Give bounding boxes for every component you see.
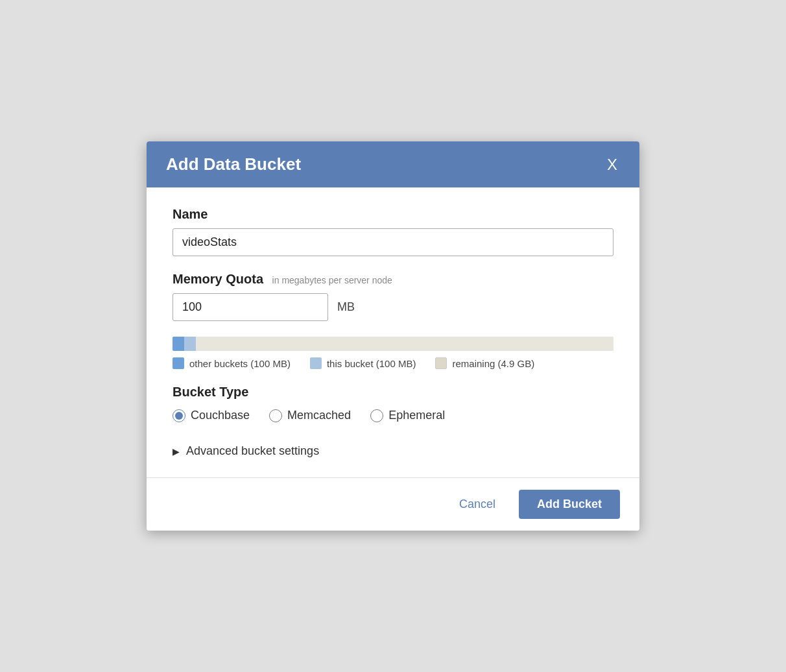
progress-bar [173, 337, 613, 351]
swatch-this-icon [310, 357, 322, 369]
legend-remaining: remaining (4.9 GB) [435, 357, 534, 369]
memory-unit-label: MB [337, 300, 355, 314]
progress-this-bucket [184, 337, 196, 351]
close-button[interactable]: X [604, 157, 620, 173]
legend-other-label: other buckets (100 MB) [189, 358, 291, 369]
advanced-label: Advanced bucket settings [186, 444, 319, 458]
memory-quota-input[interactable] [173, 293, 328, 321]
radio-memcached[interactable]: Memcached [269, 409, 351, 422]
radio-couchbase-label: Couchbase [191, 409, 250, 422]
progress-other-buckets [173, 337, 184, 351]
radio-couchbase-input[interactable] [173, 409, 185, 422]
cancel-button[interactable]: Cancel [449, 491, 506, 518]
swatch-other-icon [173, 357, 184, 369]
radio-ephemeral[interactable]: Ephemeral [370, 409, 445, 422]
radio-memcached-input[interactable] [269, 409, 282, 422]
legend-other: other buckets (100 MB) [173, 357, 291, 369]
progress-remaining [196, 337, 613, 351]
add-bucket-button[interactable]: Add Bucket [519, 490, 620, 519]
bucket-type-label: Bucket Type [173, 385, 613, 400]
memory-quota-label: Memory Quota in megabytes per server nod… [173, 272, 613, 287]
radio-memcached-label: Memcached [287, 409, 351, 422]
legend-this: this bucket (100 MB) [310, 357, 416, 369]
bucket-type-group: Bucket Type Couchbase Memcached Ephemera… [173, 385, 613, 422]
radio-ephemeral-label: Ephemeral [388, 409, 445, 422]
swatch-remaining-icon [435, 357, 447, 369]
add-data-bucket-dialog: Add Data Bucket X Name Memory Quota in m… [147, 141, 639, 531]
name-label: Name [173, 207, 613, 222]
advanced-bucket-settings[interactable]: ▶ Advanced bucket settings [173, 438, 613, 464]
legend-this-label: this bucket (100 MB) [327, 358, 416, 369]
progress-legend: other buckets (100 MB) this bucket (100 … [173, 357, 613, 369]
bucket-type-radio-group: Couchbase Memcached Ephemeral [173, 409, 613, 422]
name-input[interactable] [173, 228, 613, 256]
memory-quota-group: Memory Quota in megabytes per server nod… [173, 272, 613, 321]
memory-row: MB [173, 293, 613, 321]
progress-group: other buckets (100 MB) this bucket (100 … [173, 337, 613, 369]
dialog-title: Add Data Bucket [166, 154, 301, 174]
radio-ephemeral-input[interactable] [370, 409, 383, 422]
dialog-header: Add Data Bucket X [147, 141, 639, 187]
legend-remaining-label: remaining (4.9 GB) [452, 358, 534, 369]
dialog-body: Name Memory Quota in megabytes per serve… [147, 187, 639, 477]
name-group: Name [173, 207, 613, 256]
memory-quota-sublabel: in megabytes per server node [272, 275, 392, 285]
chevron-right-icon: ▶ [173, 446, 180, 457]
dialog-footer: Cancel Add Bucket [147, 477, 639, 531]
radio-couchbase[interactable]: Couchbase [173, 409, 250, 422]
